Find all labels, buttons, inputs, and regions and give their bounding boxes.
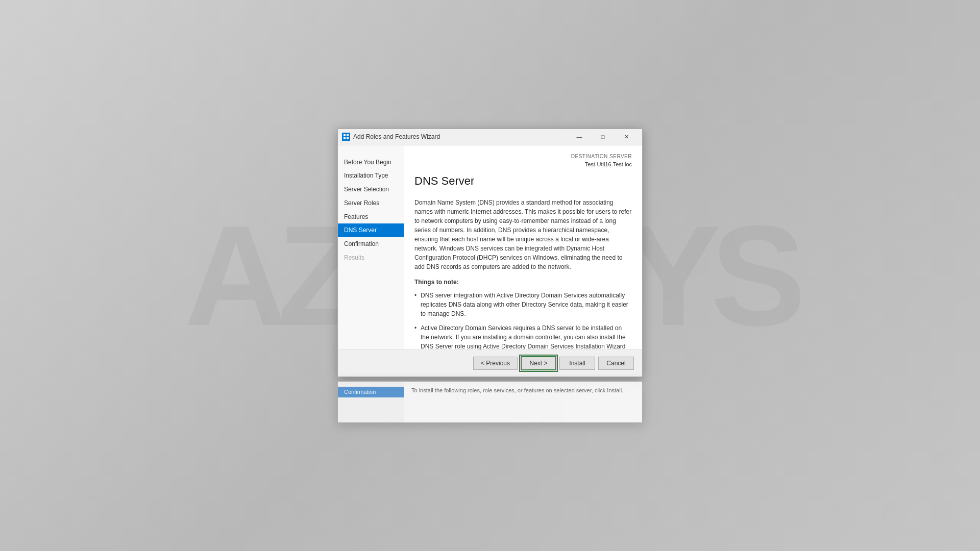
destination-server: DESTINATION SERVER Test-Util16.Test.loc bbox=[414, 154, 632, 168]
second-window-content: To install the following roles, role ser… bbox=[404, 382, 642, 422]
destination-label: DESTINATION SERVER bbox=[414, 154, 632, 159]
svg-rect-1 bbox=[347, 134, 349, 136]
sidebar-item-dns-server[interactable]: DNS Server bbox=[338, 223, 404, 237]
title-bar-controls: — □ ✕ bbox=[568, 129, 638, 145]
next-button[interactable]: Next > bbox=[521, 356, 556, 370]
sidebar-item-installation-type[interactable]: Installation Type bbox=[338, 169, 404, 183]
svg-rect-3 bbox=[347, 137, 349, 139]
destination-server-name: Test-Util16.Test.loc bbox=[585, 161, 632, 167]
restore-button[interactable]: □ bbox=[591, 129, 615, 145]
sidebar: Before You Begin Installation Type Serve… bbox=[338, 145, 404, 349]
sidebar-item-server-selection[interactable]: Server Selection bbox=[338, 183, 404, 196]
bullet-item-2: Active Directory Domain Services require… bbox=[414, 323, 632, 349]
install-button[interactable]: Install bbox=[559, 357, 595, 370]
minimize-button[interactable]: — bbox=[568, 129, 591, 145]
wizard-footer: < Previous Next > Install Cancel bbox=[338, 349, 642, 377]
window-title: Add Roles and Features Wizard bbox=[353, 133, 568, 140]
bullet-list: DNS server integration with Active Direc… bbox=[414, 291, 632, 349]
wizard-window: Add Roles and Features Wizard — □ ✕ Befo… bbox=[337, 129, 643, 377]
sidebar-item-server-roles[interactable]: Server Roles bbox=[338, 196, 404, 210]
previous-button[interactable]: < Previous bbox=[473, 357, 518, 370]
main-content: DESTINATION SERVER Test-Util16.Test.loc … bbox=[404, 145, 642, 349]
second-window-body: Confirmation To install the following ro… bbox=[338, 382, 642, 422]
sidebar-item-features[interactable]: Features bbox=[338, 210, 404, 224]
close-button[interactable]: ✕ bbox=[615, 129, 638, 145]
svg-rect-0 bbox=[344, 134, 346, 136]
page-title: DNS Server bbox=[414, 174, 632, 188]
app-icon bbox=[342, 133, 350, 141]
wizard-body: Before You Begin Installation Type Serve… bbox=[338, 145, 642, 349]
sidebar-item-before-you-begin[interactable]: Before You Begin bbox=[338, 156, 404, 169]
svg-rect-2 bbox=[344, 137, 346, 139]
second-sidebar-item: Confirmation bbox=[338, 387, 404, 397]
sidebar-item-results: Results bbox=[338, 251, 404, 265]
title-bar: Add Roles and Features Wizard — □ ✕ bbox=[338, 129, 642, 145]
things-to-note-label: Things to note: bbox=[414, 279, 632, 286]
description-text: Domain Name System (DNS) provides a stan… bbox=[414, 198, 632, 271]
cancel-button[interactable]: Cancel bbox=[598, 357, 634, 370]
second-window-sidebar: Confirmation bbox=[338, 382, 404, 422]
sidebar-item-confirmation[interactable]: Confirmation bbox=[338, 237, 404, 251]
second-wizard-window: Confirmation To install the following ro… bbox=[337, 381, 643, 423]
window-container: Add Roles and Features Wizard — □ ✕ Befo… bbox=[337, 129, 643, 423]
bullet-item-1: DNS server integration with Active Direc… bbox=[414, 291, 632, 318]
second-window-text: To install the following roles, role ser… bbox=[411, 387, 635, 394]
